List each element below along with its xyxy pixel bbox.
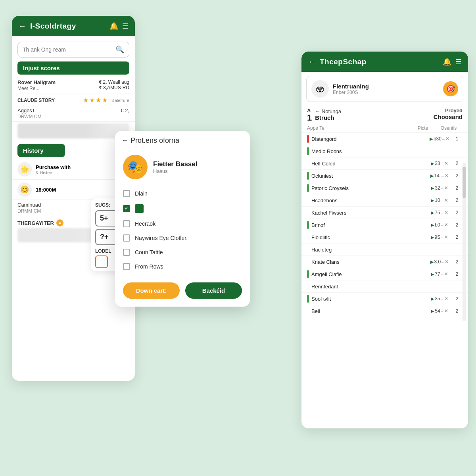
x-icon[interactable]: ✕ xyxy=(444,210,448,215)
lodel-box[interactable] xyxy=(95,255,108,268)
x-icon[interactable]: ✕ xyxy=(445,136,449,142)
play-icon: ▶ xyxy=(431,296,434,301)
x-icon[interactable]: ✕ xyxy=(444,198,448,203)
player-row[interactable]: Hacleteg xyxy=(301,244,468,256)
right-panel: ← ThcepSchap 🔔 ☰ 🏟 Flentruaning Enber 20… xyxy=(301,52,468,428)
backeid-button[interactable]: Backéid xyxy=(185,282,242,299)
checkbox-naywires[interactable] xyxy=(123,234,130,242)
match-btruch: Btruch xyxy=(315,114,433,121)
blurred-row-1 xyxy=(17,123,129,138)
player-indicator xyxy=(307,258,309,266)
price-value: b30 xyxy=(434,136,441,142)
search-input[interactable] xyxy=(23,46,112,53)
left-bell-icon[interactable]: 🔔 xyxy=(109,22,118,31)
right-menu-icon[interactable]: ☰ xyxy=(455,58,462,66)
dash-icon: – xyxy=(441,296,443,301)
player-row[interactable]: Helf Coled ▶ 33 – ✕ 2 xyxy=(301,157,468,170)
down-cart-button[interactable]: Down cart: xyxy=(123,282,180,299)
play-icon: ▶ xyxy=(431,161,434,166)
cam-sub: DRMM CM xyxy=(17,208,41,214)
injust-scores-banner: Injust scores xyxy=(17,61,129,75)
checkbox-swatch[interactable] xyxy=(123,205,130,212)
team-name-sub: Enber 200S xyxy=(333,90,439,95)
player-row[interactable]: Renntedant xyxy=(301,280,468,293)
team-badge: 🎯 xyxy=(443,81,458,96)
right-back-button[interactable]: ← xyxy=(308,57,316,66)
play-icon: ▶ xyxy=(431,309,434,314)
dash-icon: – xyxy=(442,136,445,141)
avatar: 🎭 xyxy=(123,155,148,179)
player-row[interactable]: Bell ▶ 54 – ✕ 2 xyxy=(301,305,468,317)
player-row[interactable]: Amgeli Clafie ▶ 77 – ✕ 2 xyxy=(301,268,468,280)
checkbox-diain[interactable] xyxy=(123,190,130,197)
players-list: Diatengord ▶ b30 – ✕ 1 Medio Roons Helf … xyxy=(301,133,468,317)
player-row[interactable]: Hcadebons ▶ 10 – ✕ 2 xyxy=(301,194,468,207)
player-name: Diatengord xyxy=(311,136,428,142)
checkbox-hecraok[interactable] xyxy=(123,220,130,227)
player-indicator xyxy=(307,282,309,290)
checkbox-list: Diain Hecraok Naywires Eye Clotler. Coun… xyxy=(115,183,250,277)
scrollbar-track[interactable] xyxy=(463,163,466,321)
checkbox-label-diain: Diain xyxy=(135,190,148,197)
checkbox-label-naywires: Naywires Eye Clotler. xyxy=(135,235,188,241)
player-price: ▶ 75 – ✕ xyxy=(428,210,451,215)
player-indicator xyxy=(307,295,309,303)
color-swatch xyxy=(135,204,144,213)
dialog-header: ← Prot.ens oforna xyxy=(115,131,250,149)
x-icon[interactable]: ✕ xyxy=(444,271,448,277)
player-price: ▶ 32 – ✕ xyxy=(428,185,451,191)
dialog-user-name: Fietter Bassel xyxy=(153,160,198,168)
player-row[interactable]: Kachel Fiwsers ▶ 75 – ✕ 2 xyxy=(301,207,468,219)
x-icon[interactable]: ✕ xyxy=(444,185,448,191)
checkbox-label-hecraok: Hecraok xyxy=(135,221,155,227)
player-row[interactable]: Brinof ▶ b0 – ✕ 2 xyxy=(301,219,468,231)
team-name-title: Flentruaning xyxy=(333,83,439,90)
claude-story-label: CLAUDE STORY xyxy=(17,98,80,103)
right-bell-icon[interactable]: 🔔 xyxy=(443,58,451,66)
dialog-avatar-row: 🎭 Fietter Bassel Hasus xyxy=(115,149,250,183)
player-points: 2 xyxy=(451,198,463,203)
column-headers: Appe Te: Picte Osentis xyxy=(301,124,468,133)
thergayiter-label: THERGAYITER xyxy=(17,220,54,226)
player-row[interactable]: Floldiific ▶ 9S – ✕ 2 xyxy=(301,231,468,244)
checkbox-from-rows[interactable] xyxy=(123,263,130,270)
player-indicator xyxy=(307,246,309,253)
player-row[interactable]: Ocluniest ▶ 14. – ✕ 2 xyxy=(301,170,468,182)
x-icon[interactable]: ✕ xyxy=(444,234,448,240)
x-icon[interactable]: ✕ xyxy=(445,259,449,265)
left-back-button[interactable]: ← xyxy=(18,21,26,31)
x-icon[interactable]: ✕ xyxy=(445,173,449,178)
checkbox-coun[interactable] xyxy=(123,249,130,256)
x-icon[interactable]: ✕ xyxy=(444,308,448,314)
dialog-back-button[interactable]: ← Prot.ens oforna xyxy=(121,136,179,145)
player-name: Medio Roons xyxy=(311,148,428,154)
player-price: ▶ 35 – ✕ xyxy=(428,296,451,301)
player-points: 2 xyxy=(451,308,463,314)
stars-sublabel: Balefrure xyxy=(111,98,129,103)
left-menu-icon[interactable]: ☰ xyxy=(122,22,129,31)
nav-back-icon[interactable]: ← Notunga xyxy=(315,108,341,114)
player-row[interactable]: Sool tvlit ▶ 35 – ✕ 2 xyxy=(301,293,468,305)
player-indicator xyxy=(307,209,309,217)
player-points: 2 xyxy=(451,173,463,178)
player-row[interactable]: Pstoric Croysels ▶ 32 – ✕ 2 xyxy=(301,182,468,194)
x-icon[interactable]: ✕ xyxy=(444,161,448,166)
search-icon[interactable]: 🔍 xyxy=(115,45,124,54)
price-value: 35 xyxy=(435,296,440,301)
player-points: 2 xyxy=(451,296,463,301)
player-name: Sool tvlit xyxy=(311,296,428,302)
dialog-user-info: Fietter Bassel Hasus xyxy=(153,160,198,174)
match-teams: Proyed Choosand xyxy=(434,107,463,120)
x-icon[interactable]: ✕ xyxy=(444,222,448,228)
team-info-bar: 🏟 Flentruaning Enber 200S 🎯 xyxy=(306,76,463,102)
player-row[interactable]: Medio Roons xyxy=(301,145,468,157)
scrollbar-thumb[interactable] xyxy=(463,167,466,198)
score-sub-2: DRWM CM xyxy=(17,114,41,119)
player-row[interactable]: Knate Clans ▶ 3.0 – ✕ 2 xyxy=(301,256,468,268)
history-icon-1: 🌟 xyxy=(17,162,32,177)
player-row[interactable]: Diatengord ▶ b30 – ✕ 1 xyxy=(301,133,468,145)
x-icon[interactable]: ✕ xyxy=(444,296,448,301)
price-value: 75 xyxy=(435,210,440,215)
checkbox-item-hecraok: Hecraok xyxy=(123,217,242,231)
checkbox-item-naywires: Naywires Eye Clotler. xyxy=(123,231,242,245)
